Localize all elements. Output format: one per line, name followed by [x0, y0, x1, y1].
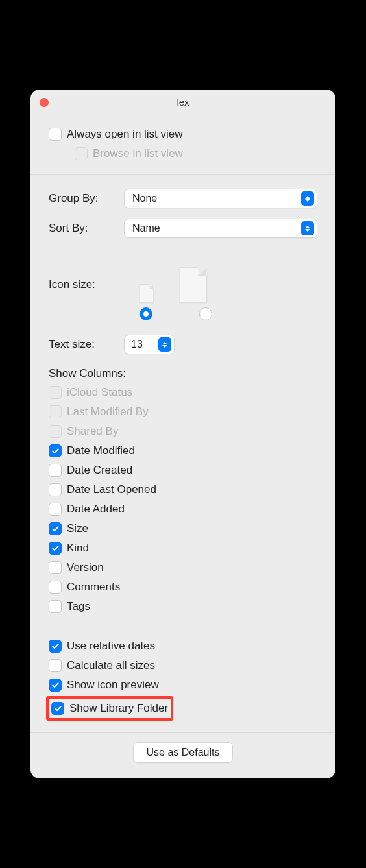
column-row[interactable]: Date Modified: [49, 441, 317, 461]
footer: Use as Defaults: [30, 733, 336, 778]
text-size-row: Text size: 13: [49, 330, 317, 359]
column-row[interactable]: Size: [49, 519, 317, 538]
browse-row: Browse in list view: [75, 144, 317, 163]
library-folder-row[interactable]: Show Library Folder: [51, 700, 168, 717]
columns-heading: Show Columns:: [49, 367, 317, 380]
icon-size-large-radio[interactable]: [199, 307, 212, 320]
column-row[interactable]: Kind: [49, 538, 317, 558]
icon-size-radios: [49, 307, 317, 320]
column-label: iCloud Status: [67, 386, 132, 399]
view-options-window: lex Always open in list view Browse in l…: [30, 90, 336, 778]
chevron-updown-icon: [158, 337, 171, 352]
column-label: Shared By: [67, 425, 118, 438]
highlight-box: Show Library Folder: [46, 696, 173, 721]
text-size-value: 13: [131, 339, 143, 350]
always-open-checkbox[interactable]: [49, 128, 62, 141]
calc-sizes-checkbox[interactable]: [49, 659, 62, 672]
section-group-sort: Group By: None Sort By: Name: [30, 175, 336, 254]
column-label: Kind: [67, 542, 89, 555]
column-label: Date Modified: [67, 444, 135, 457]
close-window-button[interactable]: [40, 98, 49, 107]
chevron-updown-icon: [301, 221, 314, 235]
icon-size-small-radio[interactable]: [140, 307, 152, 320]
column-row[interactable]: Version: [49, 558, 317, 577]
use-as-defaults-button[interactable]: Use as Defaults: [133, 742, 234, 763]
column-checkbox[interactable]: [49, 581, 62, 594]
file-icon: [140, 284, 154, 302]
calc-sizes-row[interactable]: Calculate all sizes: [49, 656, 317, 675]
icon-size-label: Icon size:: [49, 278, 114, 291]
column-label: Date Added: [67, 503, 125, 516]
titlebar: lex: [30, 90, 336, 115]
column-checkbox[interactable]: [49, 522, 62, 535]
relative-dates-checkbox[interactable]: [49, 640, 62, 653]
icon-preview-checkbox[interactable]: [49, 679, 62, 692]
column-checkbox[interactable]: [49, 561, 62, 574]
column-checkbox[interactable]: [49, 503, 62, 516]
column-checkbox[interactable]: [49, 600, 62, 613]
column-label: Last Modified By: [67, 405, 149, 418]
column-label: Version: [67, 561, 104, 574]
chevron-updown-icon: [301, 191, 314, 206]
window-title: lex: [30, 97, 336, 108]
icon-size-small-col: [140, 284, 154, 302]
group-by-label: Group By:: [49, 192, 114, 205]
column-row[interactable]: Date Last Opened: [49, 480, 317, 500]
browse-checkbox: [75, 147, 88, 160]
column-checkbox: [49, 386, 62, 399]
always-open-row[interactable]: Always open in list view: [49, 125, 317, 144]
column-row[interactable]: Date Added: [49, 500, 317, 519]
group-by-value: None: [132, 193, 157, 204]
column-label: Date Created: [67, 464, 132, 477]
sort-by-value: Name: [132, 223, 160, 234]
column-row[interactable]: Tags: [49, 597, 317, 616]
library-folder-checkbox[interactable]: [51, 702, 64, 715]
browse-label: Browse in list view: [93, 147, 183, 160]
always-open-label: Always open in list view: [67, 128, 183, 141]
column-checkbox: [49, 425, 62, 438]
library-folder-label: Show Library Folder: [69, 702, 168, 715]
column-label: Tags: [67, 600, 90, 613]
column-row: Last Modified By: [49, 402, 317, 422]
section-view-mode: Always open in list view Browse in list …: [30, 115, 336, 175]
column-label: Date Last Opened: [67, 483, 156, 496]
file-icon: [180, 267, 207, 302]
relative-dates-row[interactable]: Use relative dates: [49, 636, 317, 656]
group-by-row: Group By: None: [49, 184, 317, 213]
icon-preview-label: Show icon preview: [67, 679, 159, 692]
column-label: Comments: [67, 581, 120, 594]
column-checkbox[interactable]: [49, 444, 62, 457]
section-options: Use relative dates Calculate all sizes S…: [30, 627, 336, 733]
sort-by-select[interactable]: Name: [124, 219, 317, 238]
column-checkbox: [49, 405, 62, 418]
columns-list: iCloud StatusLast Modified ByShared ByDa…: [49, 383, 317, 616]
column-row[interactable]: Date Created: [49, 461, 317, 480]
icon-size-large-col: [180, 267, 207, 302]
text-size-label: Text size:: [49, 338, 114, 351]
column-checkbox[interactable]: [49, 464, 62, 477]
column-row: Shared By: [49, 422, 317, 441]
section-sizing-columns: Icon size: Text size: 13 Show Columns: i…: [30, 254, 336, 627]
relative-dates-label: Use relative dates: [67, 640, 155, 653]
icon-preview-row[interactable]: Show icon preview: [49, 675, 317, 695]
column-checkbox[interactable]: [49, 483, 62, 496]
calc-sizes-label: Calculate all sizes: [67, 659, 155, 672]
text-size-select[interactable]: 13: [124, 335, 175, 354]
column-checkbox[interactable]: [49, 542, 62, 555]
icon-size-row: Icon size:: [49, 263, 317, 304]
group-by-select[interactable]: None: [124, 189, 317, 208]
column-row: iCloud Status: [49, 383, 317, 402]
column-label: Size: [67, 522, 88, 535]
sort-by-label: Sort By:: [49, 222, 114, 235]
column-row[interactable]: Comments: [49, 577, 317, 597]
sort-by-row: Sort By: Name: [49, 213, 317, 243]
